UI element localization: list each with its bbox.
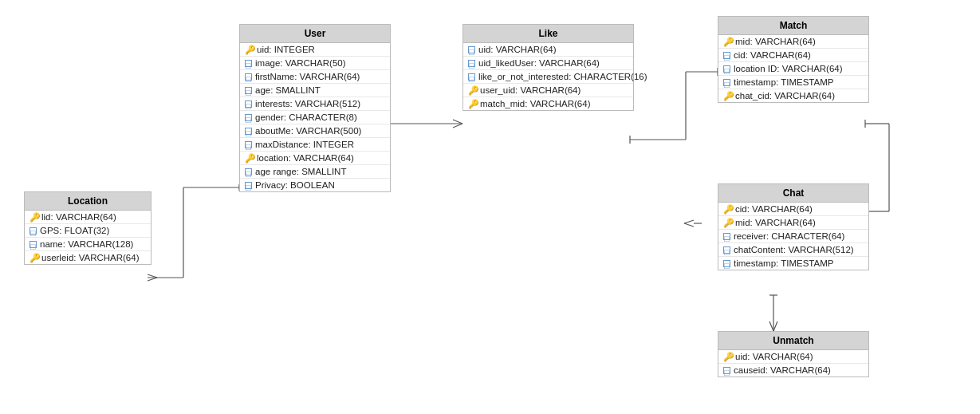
field-icon: □ [723,52,730,59]
svg-line-26 [684,223,694,227]
list-item: □ chatContent: VARCHAR(512) [718,243,868,257]
key-icon: 🔑 [30,213,38,222]
table-user-header: User [240,25,390,43]
svg-line-21 [769,321,773,331]
table-chat: Chat 🔑 cid: VARCHAR(64) 🔑 mid: VARCHAR(6… [718,183,869,270]
key-icon: 🔑 [723,37,732,46]
list-item: 🔑 uid: INTEGER [240,43,390,57]
list-item: □ uid: VARCHAR(64) [463,43,633,57]
key-icon: 🔑 [245,154,254,163]
key-icon: 🔑 [723,92,732,101]
list-item: □ age range: SMALLINT [240,165,390,179]
field-icon: □ [245,182,252,189]
field-icon: □ [723,233,730,240]
table-like-header: Like [463,25,633,43]
key-icon: 🔑 [468,100,477,108]
list-item: □ Privacy: BOOLEAN [240,179,390,191]
svg-line-3 [148,274,157,278]
key-icon: 🔑 [723,219,732,227]
table-match: Match 🔑 mid: VARCHAR(64) □ cid: VARCHAR(… [718,16,869,103]
table-unmatch: Unmatch 🔑 uid: VARCHAR(64) □ causeid: VA… [718,331,869,377]
table-location: Location 🔑 lid: VARCHAR(64) □ GPS: FLOAT… [24,191,152,265]
key-icon: 🔑 [723,205,732,214]
list-item: □ timestamp: TIMESTAMP [718,257,868,270]
list-item: □ firstName: VARCHAR(64) [240,70,390,84]
field-icon: □ [245,128,252,135]
field-icon: □ [723,65,730,73]
list-item: 🔑 cid: VARCHAR(64) [718,203,868,216]
field-icon: □ [723,367,730,374]
field-icon: □ [245,168,252,175]
field-icon: □ [245,73,252,81]
list-item: □ GPS: FLOAT(32) [25,224,151,238]
table-match-header: Match [718,17,868,35]
list-item: 🔑 userleid: VARCHAR(64) [25,251,151,264]
field-icon: □ [245,141,252,148]
list-item: □ like_or_not_interested: CHARACTER(16) [463,70,633,84]
list-item: □ cid: VARCHAR(64) [718,49,868,62]
key-icon: 🔑 [723,353,732,361]
table-like: Like □ uid: VARCHAR(64) □ uid_likedUser:… [462,24,634,111]
list-item: 🔑 chat_cid: VARCHAR(64) [718,89,868,102]
diagram-canvas: Location 🔑 lid: VARCHAR(64) □ GPS: FLOAT… [0,0,980,414]
list-item: □ location ID: VARCHAR(64) [718,62,868,76]
svg-line-25 [684,220,694,223]
list-item: 🔑 lid: VARCHAR(64) [25,211,151,224]
list-item: □ uid_likedUser: VARCHAR(64) [463,57,633,70]
list-item: 🔑 location: VARCHAR(64) [240,152,390,165]
field-icon: □ [468,60,475,67]
svg-line-9 [453,124,462,128]
list-item: 🔑 mid: VARCHAR(64) [718,216,868,230]
table-unmatch-header: Unmatch [718,332,868,350]
list-item: □ age: SMALLINT [240,84,390,97]
table-chat-header: Chat [718,184,868,203]
field-icon: □ [245,87,252,94]
svg-line-22 [773,321,777,331]
field-icon: □ [468,73,475,81]
svg-line-8 [453,120,462,124]
field-icon: □ [245,114,252,121]
field-icon: □ [723,260,730,267]
list-item: □ aboutMe: VARCHAR(500) [240,124,390,138]
list-item: □ gender: CHARACTER(8) [240,111,390,124]
field-icon: □ [723,246,730,254]
list-item: □ causeid: VARCHAR(64) [718,364,868,377]
list-item: □ receiver: CHARACTER(64) [718,230,868,243]
list-item: □ image: VARCHAR(50) [240,57,390,70]
table-location-header: Location [25,192,151,211]
list-item: 🔑 match_mid: VARCHAR(64) [463,97,633,110]
field-icon: □ [245,101,252,108]
field-icon: □ [30,241,37,248]
svg-line-4 [148,278,157,281]
field-icon: □ [723,79,730,86]
list-item: □ timestamp: TIMESTAMP [718,76,868,89]
list-item: □ interests: VARCHAR(512) [240,97,390,111]
field-icon: □ [468,46,475,53]
key-icon: 🔑 [468,86,477,95]
field-icon: □ [245,60,252,67]
key-icon: 🔑 [245,45,254,54]
field-icon: □ [30,227,37,235]
table-user: User 🔑 uid: INTEGER □ image: VARCHAR(50)… [239,24,391,192]
list-item: 🔑 mid: VARCHAR(64) [718,35,868,49]
list-item: □ maxDistance: INTEGER [240,138,390,152]
key-icon: 🔑 [30,254,38,262]
list-item: 🔑 uid: VARCHAR(64) [718,350,868,364]
list-item: □ name: VARCHAR(128) [25,238,151,251]
list-item: 🔑 user_uid: VARCHAR(64) [463,84,633,97]
